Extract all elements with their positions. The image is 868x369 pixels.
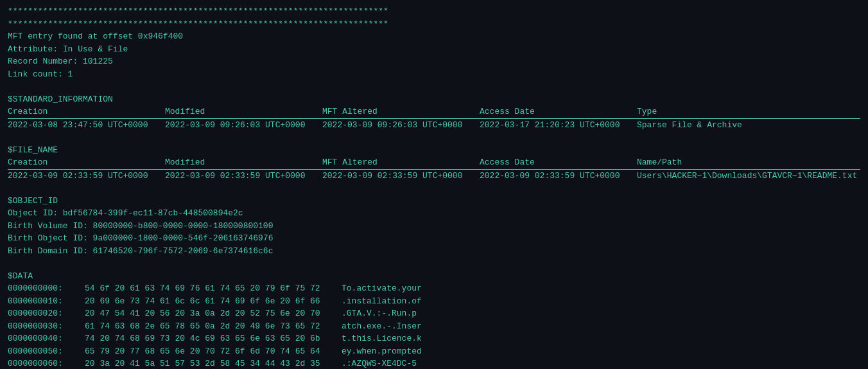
hex-ascii-0: To.activate.your bbox=[342, 282, 422, 295]
birth-object: Birth Object ID: 9a000000-1800-0000-546f… bbox=[8, 232, 860, 245]
hex-ascii-3: atch.exe.-.Inser bbox=[342, 320, 422, 333]
mft-entry: MFT entry found at offset 0x946f400 bbox=[8, 30, 860, 43]
object-id-header: $OBJECT_ID bbox=[8, 195, 860, 208]
file-name-data-row: 2022-03-09 02:33:59 UTC+0000 2022-03-09 … bbox=[8, 169, 860, 182]
std-info-header-row: Creation Modified MFT Altered Access Dat… bbox=[8, 105, 860, 118]
hex-addr-3: 0000000030: bbox=[8, 320, 85, 333]
birth-volume: Birth Volume ID: 80000000-b800-0000-0000… bbox=[8, 220, 860, 233]
hex-line-2: 0000000020:20 47 54 41 20 56 20 3a 0a 2d… bbox=[8, 307, 860, 320]
stars-line-2: ****************************************… bbox=[8, 18, 860, 31]
hex-line-1: 0000000010:20 69 6e 73 74 61 6c 6c 61 74… bbox=[8, 295, 860, 308]
hex-line-3: 0000000030:61 74 63 68 2e 65 78 65 0a 2d… bbox=[8, 320, 860, 333]
file-name-header: $FILE_NAME bbox=[8, 144, 860, 157]
empty-1 bbox=[8, 80, 860, 93]
hex-addr-1: 0000000010: bbox=[8, 295, 85, 308]
hex-line-5: 0000000050:65 79 20 77 68 65 6e 20 70 72… bbox=[8, 345, 860, 358]
hex-bytes-2: 20 47 54 41 20 56 20 3a 0a 2d 20 52 75 6… bbox=[85, 307, 342, 320]
fn-col-access: Access Date bbox=[480, 156, 637, 169]
hex-addr-0: 0000000000: bbox=[8, 282, 85, 295]
hex-addr-6: 0000000060: bbox=[8, 357, 85, 369]
hex-ascii-1: .installation.of bbox=[342, 295, 422, 308]
fn-val-mft: 2022-03-09 02:33:59 UTC+0000 bbox=[322, 169, 480, 182]
empty-4 bbox=[8, 257, 860, 270]
fn-val-namepath: Users\HACKER~1\Downloads\GTAVCR~1\README… bbox=[637, 169, 860, 182]
hex-bytes-0: 54 6f 20 61 63 74 69 76 61 74 65 20 79 6… bbox=[85, 282, 342, 295]
std-info-header: $STANDARD_INFORMATION bbox=[8, 93, 860, 106]
std-col-modified: Modified bbox=[165, 105, 322, 118]
attribute-line: Attribute: In Use & File bbox=[8, 43, 860, 56]
file-name-header-row: Creation Modified MFT Altered Access Dat… bbox=[8, 156, 860, 169]
empty-2 bbox=[8, 131, 860, 144]
hex-ascii-2: .GTA.V.:-.Run.p bbox=[342, 307, 417, 320]
birth-domain: Birth Domain ID: 61746520-796f-7572-2069… bbox=[8, 245, 860, 258]
std-val-modified: 2022-03-09 09:26:03 UTC+0000 bbox=[165, 118, 322, 131]
terminal-window: ****************************************… bbox=[8, 5, 860, 369]
data-header: $DATA bbox=[8, 270, 860, 283]
hex-bytes-4: 74 20 74 68 69 73 20 4c 69 63 65 6e 63 6… bbox=[85, 332, 342, 345]
file-name-table: Creation Modified MFT Altered Access Dat… bbox=[8, 156, 860, 182]
std-info-table: Creation Modified MFT Altered Access Dat… bbox=[8, 105, 860, 131]
hex-bytes-6: 20 3a 20 41 5a 51 57 53 2d 58 45 34 44 4… bbox=[85, 357, 342, 369]
stars-line-1: ****************************************… bbox=[8, 5, 860, 18]
std-col-access: Access Date bbox=[480, 105, 637, 118]
link-count: Link count: 1 bbox=[8, 68, 860, 81]
std-val-mft: 2022-03-09 09:26:03 UTC+0000 bbox=[322, 118, 480, 131]
std-info-data-row: 2022-03-08 23:47:50 UTC+0000 2022-03-09 … bbox=[8, 118, 860, 131]
hex-addr-5: 0000000050: bbox=[8, 345, 85, 358]
fn-val-creation: 2022-03-09 02:33:59 UTC+0000 bbox=[8, 169, 165, 182]
fn-val-access: 2022-03-09 02:33:59 UTC+0000 bbox=[480, 169, 637, 182]
std-val-type: Sparse File & Archive bbox=[637, 118, 860, 131]
hex-line-0: 0000000000:54 6f 20 61 63 74 69 76 61 74… bbox=[8, 282, 860, 295]
hex-line-4: 0000000040:74 20 74 68 69 73 20 4c 69 63… bbox=[8, 332, 860, 345]
fn-val-modified: 2022-03-09 02:33:59 UTC+0000 bbox=[165, 169, 322, 182]
empty-3 bbox=[8, 182, 860, 195]
hex-addr-4: 0000000040: bbox=[8, 332, 85, 345]
object-id: Object ID: bdf56784-399f-ec11-87cb-44850… bbox=[8, 207, 860, 220]
hex-ascii-5: ey.when.prompted bbox=[342, 345, 422, 358]
std-val-creation: 2022-03-08 23:47:50 UTC+0000 bbox=[8, 118, 165, 131]
hex-addr-2: 0000000020: bbox=[8, 307, 85, 320]
fn-col-mft: MFT Altered bbox=[322, 156, 480, 169]
std-val-access: 2022-03-17 21:20:23 UTC+0000 bbox=[480, 118, 637, 131]
fn-col-modified: Modified bbox=[165, 156, 322, 169]
hex-dump: 0000000000:54 6f 20 61 63 74 69 76 61 74… bbox=[8, 282, 860, 369]
hex-ascii-6: .:AZQWS-XE4DC-5 bbox=[342, 357, 417, 369]
fn-col-namepath: Name/Path bbox=[637, 156, 860, 169]
hex-bytes-3: 61 74 63 68 2e 65 78 65 0a 2d 20 49 6e 7… bbox=[85, 320, 342, 333]
hex-bytes-5: 65 79 20 77 68 65 6e 20 70 72 6f 6d 70 7… bbox=[85, 345, 342, 358]
hex-line-6: 0000000060:20 3a 20 41 5a 51 57 53 2d 58… bbox=[8, 357, 860, 369]
std-col-type: Type bbox=[637, 105, 860, 118]
record-number: Record Number: 101225 bbox=[8, 55, 860, 68]
hex-ascii-4: t.this.Licence.k bbox=[342, 332, 422, 345]
hex-bytes-1: 20 69 6e 73 74 61 6c 6c 61 74 69 6f 6e 2… bbox=[85, 295, 342, 308]
std-col-mft: MFT Altered bbox=[322, 105, 480, 118]
fn-col-creation: Creation bbox=[8, 156, 165, 169]
std-col-creation: Creation bbox=[8, 105, 165, 118]
